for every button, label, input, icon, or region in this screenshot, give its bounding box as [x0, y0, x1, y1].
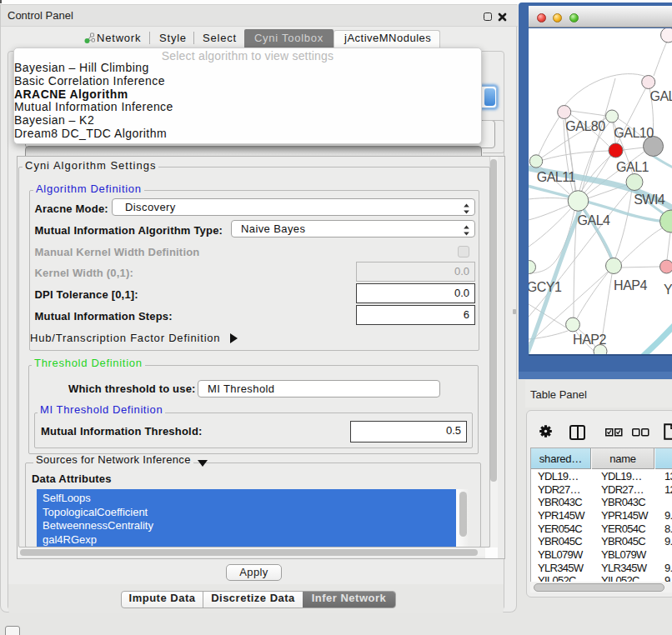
svg-text:GCY1: GCY1: [529, 280, 562, 294]
svg-text:SWI4: SWI4: [634, 192, 665, 206]
svg-text:GAL10: GAL10: [614, 125, 654, 139]
svg-text:HAP4: HAP4: [614, 278, 647, 292]
svg-text:GAL11: GAL11: [537, 169, 576, 183]
svg-text:GAL7: GAL7: [650, 89, 672, 103]
svg-text:GAL80: GAL80: [565, 119, 605, 133]
svg-text:HAP2: HAP2: [573, 332, 606, 347]
svg-text:GAL1: GAL1: [616, 160, 649, 174]
svg-text:GAL4: GAL4: [578, 212, 611, 227]
svg-text:YJ: YJ: [664, 282, 672, 296]
